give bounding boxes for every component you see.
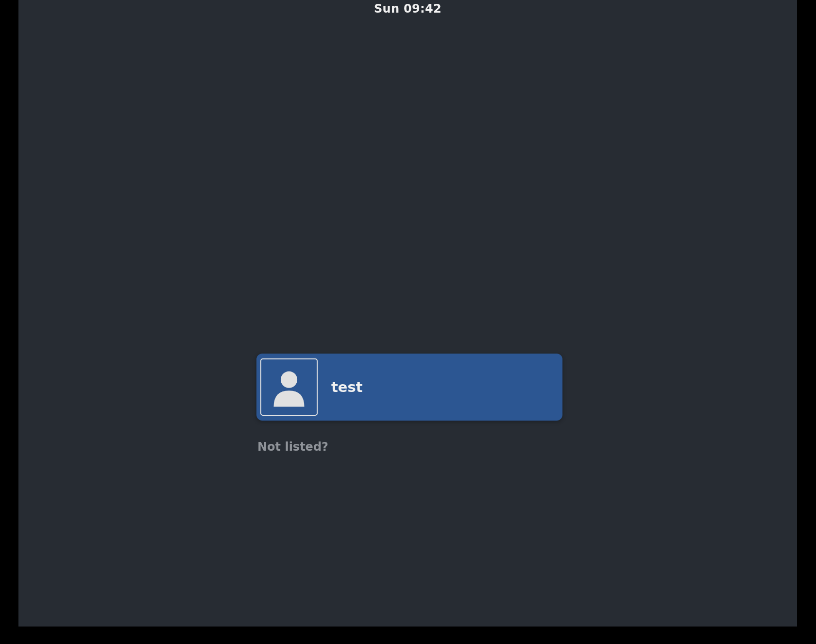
user-list-item-test[interactable]: test — [256, 354, 562, 421]
user-avatar-icon — [267, 365, 311, 409]
svg-point-0 — [281, 372, 297, 388]
clock[interactable]: Sun 09:42 — [374, 2, 442, 16]
avatar-frame — [260, 358, 318, 416]
login-screen: Sun 09:42 test Not listed? — [18, 0, 797, 627]
not-listed-link[interactable]: Not listed? — [257, 440, 328, 454]
login-area: test Not listed? — [256, 354, 562, 454]
screen-container: Sun 09:42 test Not listed? — [0, 0, 816, 644]
username-label: test — [331, 379, 363, 395]
top-bar: Sun 09:42 — [18, 0, 797, 27]
